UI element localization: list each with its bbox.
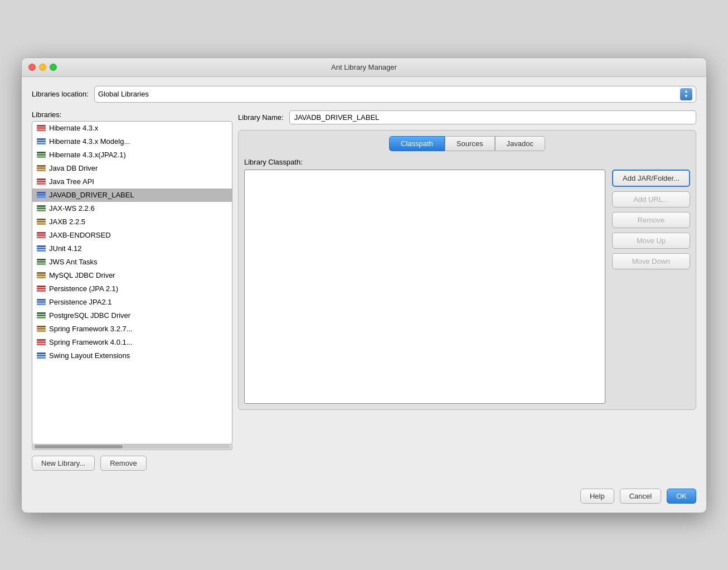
add-jar-folder-button[interactable]: Add JAR/Folder...: [612, 170, 690, 187]
library-item-name: JUnit 4.12: [49, 244, 82, 253]
scrollbar-area: [32, 445, 232, 450]
library-icon: [37, 191, 46, 200]
location-row: Libraries location: Global Libraries: [32, 86, 696, 103]
main-area: Libraries: Hibernate 4.3.xHibernate 4.3.…: [32, 110, 696, 471]
cancel-button[interactable]: Cancel: [620, 489, 661, 504]
location-label: Libraries location:: [32, 90, 89, 98]
list-item[interactable]: PostgreSQL JDBC Driver: [32, 309, 232, 322]
library-icon: [37, 177, 46, 186]
library-item-name: JAX-WS 2.2.6: [49, 204, 95, 212]
library-item-name: JAXB-ENDORSED: [49, 231, 111, 239]
library-item-name: Swing Layout Extensions: [49, 351, 130, 360]
list-item[interactable]: Swing Layout Extensions: [32, 349, 232, 363]
scrollbar-thumb: [35, 445, 123, 448]
close-button[interactable]: [28, 64, 36, 71]
library-item-name: MySQL JDBC Driver: [49, 271, 115, 279]
list-item[interactable]: Hibernate 4.3.x: [32, 122, 232, 135]
library-item-name: Spring Framework 4.0.1...: [49, 338, 133, 346]
list-item[interactable]: JAXB-ENDORSED: [32, 229, 232, 242]
maximize-button[interactable]: [50, 64, 57, 71]
library-icon: [37, 258, 46, 267]
tab-sources[interactable]: Sources: [445, 136, 495, 151]
dialog-footer: Help Cancel OK: [22, 481, 706, 513]
library-item-name: Java DB Driver: [49, 164, 98, 172]
list-item[interactable]: JAXB 2.2.5: [32, 215, 232, 229]
library-icon: [37, 338, 46, 347]
main-window: Ant Library Manager Libraries location: …: [21, 57, 707, 513]
library-item-name: JWS Ant Tasks: [49, 258, 97, 266]
library-icon: [37, 325, 46, 334]
library-icon: [37, 164, 46, 173]
library-item-name: Hibernate 4.3.x Modelg...: [49, 137, 130, 146]
titlebar: Ant Library Manager: [22, 58, 706, 77]
tabs-row: Classpath Sources Javadoc: [244, 136, 690, 151]
classpath-content: Library Classpath: Add JAR/Folder... Add…: [244, 158, 690, 404]
classpath-section: Add JAR/Folder... Add URL... Remove Move…: [244, 170, 690, 404]
library-icon: [37, 311, 46, 320]
tab-classpath[interactable]: Classpath: [389, 136, 445, 151]
libraries-label: Libraries:: [32, 110, 232, 119]
help-button[interactable]: Help: [580, 489, 614, 504]
library-item-name: Spring Framework 3.2.7...: [49, 325, 133, 333]
classpath-buttons: Add JAR/Folder... Add URL... Remove Move…: [612, 170, 690, 404]
list-item[interactable]: Persistence JPA2.1: [32, 296, 232, 309]
location-select-text: Global Libraries: [98, 90, 680, 98]
library-name-row: Library Name:: [238, 110, 696, 124]
move-down-button[interactable]: Move Down: [612, 253, 690, 269]
library-item-name: JAXB 2.2.5: [49, 218, 85, 226]
library-name-input[interactable]: [289, 110, 696, 124]
library-icon: [37, 218, 46, 226]
library-item-name: Persistence (JPA 2.1): [49, 284, 118, 293]
library-icon: [37, 298, 46, 307]
bottom-buttons: New Library... Remove: [32, 456, 232, 471]
new-library-button[interactable]: New Library...: [32, 456, 95, 471]
scrollbar-track: [35, 445, 230, 448]
minimize-button[interactable]: [39, 64, 46, 71]
list-item[interactable]: MySQL JDBC Driver: [32, 269, 232, 282]
tabs-section: Classpath Sources Javadoc Library Classp…: [238, 130, 696, 410]
libraries-list[interactable]: Hibernate 4.3.xHibernate 4.3.x Modelg...…: [32, 121, 232, 445]
list-item[interactable]: Spring Framework 4.0.1...: [32, 336, 232, 349]
library-icon: [37, 124, 46, 133]
window-title: Ant Library Manager: [331, 63, 397, 71]
library-name-label: Library Name:: [238, 113, 284, 122]
location-select-wrap[interactable]: Global Libraries: [94, 86, 696, 103]
classpath-list[interactable]: [244, 170, 605, 404]
library-icon: [37, 137, 46, 146]
right-panel: Library Name: Classpath Sources Javadoc …: [238, 110, 696, 471]
list-item[interactable]: JAX-WS 2.2.6: [32, 202, 232, 215]
list-item[interactable]: Hibernate 4.3.x(JPA2.1): [32, 148, 232, 162]
library-icon: [37, 204, 46, 213]
traffic-lights: [28, 64, 57, 71]
add-url-button[interactable]: Add URL...: [612, 191, 690, 207]
tab-javadoc[interactable]: Javadoc: [495, 136, 545, 151]
main-content: Libraries location: Global Libraries Lib…: [22, 77, 706, 481]
library-item-name: Hibernate 4.3.x(JPA2.1): [49, 151, 126, 159]
list-item[interactable]: Persistence (JPA 2.1): [32, 282, 232, 296]
list-item[interactable]: JUnit 4.12: [32, 242, 232, 255]
list-item[interactable]: Spring Framework 3.2.7...: [32, 322, 232, 336]
library-icon: [37, 151, 46, 160]
library-item-name: Hibernate 4.3.x: [49, 124, 98, 132]
libraries-section: Libraries: Hibernate 4.3.xHibernate 4.3.…: [32, 110, 232, 471]
library-icon: [37, 231, 46, 240]
classpath-label: Library Classpath:: [244, 158, 690, 166]
library-item-name: Persistence JPA2.1: [49, 298, 111, 306]
library-icon: [37, 351, 46, 360]
ok-button[interactable]: OK: [667, 489, 696, 504]
list-item[interactable]: JWS Ant Tasks: [32, 255, 232, 269]
library-item-name: Java Tree API: [49, 177, 94, 186]
remove-classpath-button[interactable]: Remove: [612, 212, 690, 228]
library-icon: [37, 271, 46, 280]
list-item[interactable]: Java Tree API: [32, 175, 232, 189]
remove-library-button[interactable]: Remove: [100, 456, 146, 471]
library-item-name: JAVADB_DRIVER_LABEL: [49, 191, 134, 199]
list-item[interactable]: Hibernate 4.3.x Modelg...: [32, 135, 232, 148]
list-item[interactable]: Java DB Driver: [32, 162, 232, 175]
location-select-arrow[interactable]: [680, 88, 692, 100]
library-icon: [37, 284, 46, 293]
list-item[interactable]: JAVADB_DRIVER_LABEL: [32, 189, 232, 202]
library-item-name: PostgreSQL JDBC Driver: [49, 311, 130, 320]
library-icon: [37, 244, 46, 253]
move-up-button[interactable]: Move Up: [612, 233, 690, 249]
